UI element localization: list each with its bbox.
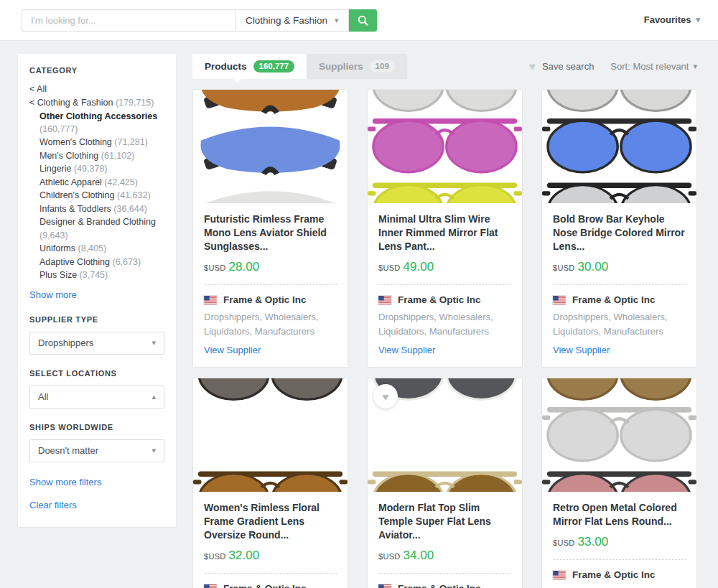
view-supplier-link[interactable]: View Supplier bbox=[553, 345, 610, 355]
supplier-name[interactable]: Frame & Optic Inc bbox=[572, 569, 656, 580]
divider bbox=[204, 573, 337, 574]
category-count: (71,281) bbox=[114, 137, 148, 147]
show-more-filters-link[interactable]: Show more filters bbox=[29, 477, 101, 487]
currency-label: $USD bbox=[378, 263, 401, 272]
category-heading: CATEGORY bbox=[29, 66, 164, 75]
heart-icon[interactable]: ♥ bbox=[529, 60, 536, 73]
product-image[interactable] bbox=[368, 90, 522, 203]
show-more-categories-link[interactable]: Show more bbox=[29, 289, 77, 300]
products-count-badge: 160,777 bbox=[253, 60, 295, 73]
product-image[interactable]: ♥ bbox=[368, 378, 522, 492]
currency-label: $USD bbox=[553, 538, 575, 547]
clear-filters-link[interactable]: Clear filters bbox=[29, 500, 77, 510]
product-image[interactable] bbox=[193, 90, 348, 203]
chevron-up-icon: ▴ bbox=[151, 393, 156, 401]
sidebar-category-item[interactable]: Plus Size (3,745) bbox=[39, 269, 164, 282]
product-price: $USD 32.00 bbox=[204, 549, 337, 563]
sort-dropdown[interactable]: Sort: Most relevant ▾ bbox=[610, 61, 697, 72]
tab-products[interactable]: Products 160,777 bbox=[192, 54, 307, 79]
category-select[interactable]: Clothing & Fashion ▾ bbox=[236, 9, 349, 32]
sidebar-category-item[interactable]: Adaptive Clothing (6,673) bbox=[39, 256, 164, 269]
view-supplier-link[interactable]: View Supplier bbox=[204, 345, 261, 355]
chevron-down-icon: ▾ bbox=[693, 62, 697, 70]
product-card: Minimal Ultra Slim Wire Inner Rimmed Mir… bbox=[367, 89, 523, 368]
supplier-types: Dropshippers, Wholesalers, Liquidators, … bbox=[553, 310, 686, 338]
ships-worldwide-select[interactable]: Doesn't matter ▾ bbox=[29, 439, 164, 462]
product-card-body: Modern Flat Top Slim Temple Super Flat L… bbox=[368, 492, 522, 588]
sidebar-category-item[interactable]: Men's Clothing (61,102) bbox=[39, 149, 164, 163]
divider bbox=[553, 559, 686, 560]
product-title[interactable]: Futuristic Rimless Frame Mono Lens Aviat… bbox=[204, 213, 337, 253]
heart-icon: ♥ bbox=[383, 391, 389, 403]
sunglasses-illustration bbox=[542, 90, 696, 203]
supplier-name[interactable]: Frame & Optic Inc bbox=[572, 294, 656, 305]
product-price: $USD 28.00 bbox=[204, 260, 337, 274]
sidebar-category-item[interactable]: Designer & Branded Clothing (9,643) bbox=[39, 215, 164, 242]
category-list: Women's Clothing (71,281) Men's Clothing… bbox=[29, 136, 164, 282]
supplier-type-select[interactable]: Dropshippers ▾ bbox=[29, 332, 164, 355]
tabs-row: Products 160,777 Suppliers 109 ♥ Save se… bbox=[192, 54, 699, 79]
search-button[interactable] bbox=[349, 9, 377, 32]
currency-label: $USD bbox=[553, 263, 575, 272]
sidebar-category-item[interactable]: Lingerie (49,378) bbox=[39, 162, 164, 176]
category-active-label[interactable]: Other Clothing Accessories bbox=[39, 110, 164, 123]
product-card-body: Futuristic Rimless Frame Mono Lens Aviat… bbox=[193, 203, 348, 367]
sidebar-category-item[interactable]: Children's Clothing (41,632) bbox=[39, 189, 164, 202]
category-count: (9,643) bbox=[39, 230, 68, 241]
tab-suppliers[interactable]: Suppliers 109 bbox=[307, 54, 407, 79]
tab-suppliers-label: Suppliers bbox=[319, 61, 363, 72]
supplier-types: Dropshippers, Wholesalers, Liquidators, … bbox=[553, 585, 686, 588]
product-card: ♥ Modern Flat Top Slim Temple Super Flat… bbox=[367, 378, 523, 588]
currency-label: $USD bbox=[204, 552, 226, 561]
us-flag-icon bbox=[204, 296, 217, 304]
favourites-menu[interactable]: Favourites ▾ bbox=[644, 14, 700, 25]
product-title[interactable]: Bold Brow Bar Keyhole Nose Bridge Colore… bbox=[553, 213, 686, 253]
product-title[interactable]: Minimal Ultra Slim Wire Inner Rimmed Mir… bbox=[378, 213, 511, 253]
sidebar-category-item[interactable]: Infants & Toddlers (36,644) bbox=[39, 202, 164, 216]
supplier-types: Dropshippers, Wholesalers, Liquidators, … bbox=[378, 310, 511, 338]
product-title[interactable]: Modern Flat Top Slim Temple Super Flat L… bbox=[378, 501, 511, 542]
category-all-link[interactable]: < All bbox=[29, 83, 164, 96]
category-parent-count: (179,715) bbox=[116, 98, 154, 108]
supplier-types-line2: Liquidators, Manufacturers bbox=[553, 325, 686, 339]
category-count: (36,644) bbox=[113, 204, 147, 214]
search-input[interactable] bbox=[22, 9, 236, 32]
product-title[interactable]: Women's Rimless Floral Frame Gradient Le… bbox=[204, 501, 337, 542]
product-card-body: Retro Open Metal Colored Mirror Flat Len… bbox=[542, 492, 696, 588]
category-parent-label: < Clothing & Fashion bbox=[29, 98, 113, 108]
supplier-name[interactable]: Frame & Optic Inc bbox=[398, 583, 481, 588]
supplier-name[interactable]: Frame & Optic Inc bbox=[223, 583, 307, 588]
category-count: (42,425) bbox=[104, 177, 138, 187]
sidebar-category-item[interactable]: Women's Clothing (71,281) bbox=[39, 136, 164, 149]
category-count: (8,405) bbox=[78, 243, 107, 253]
supplier-name[interactable]: Frame & Optic Inc bbox=[398, 294, 481, 305]
tab-products-label: Products bbox=[205, 61, 247, 72]
product-image[interactable] bbox=[542, 90, 696, 203]
results-toolbar: ♥ Save search Sort: Most relevant ▾ bbox=[529, 54, 697, 79]
product-image[interactable] bbox=[193, 378, 348, 492]
supplier-row: Frame & Optic Inc bbox=[553, 294, 686, 305]
chevron-down-icon: ▾ bbox=[151, 447, 156, 454]
product-image[interactable] bbox=[542, 378, 696, 492]
sunglasses-illustration bbox=[193, 90, 348, 203]
supplier-types-line1: Dropshippers, Wholesalers, bbox=[378, 310, 511, 325]
top-bar: Clothing & Fashion ▾ Favourites ▾ bbox=[0, 0, 718, 41]
supplier-type-value: Dropshippers bbox=[38, 337, 93, 348]
us-flag-icon bbox=[378, 584, 391, 588]
category-count: (61,102) bbox=[101, 151, 135, 161]
product-title[interactable]: Retro Open Metal Colored Mirror Flat Len… bbox=[553, 501, 686, 528]
locations-value: All bbox=[38, 391, 48, 402]
locations-select[interactable]: All ▴ bbox=[29, 386, 164, 409]
supplier-types-line2: Liquidators, Manufacturers bbox=[378, 325, 511, 339]
supplier-name[interactable]: Frame & Optic Inc bbox=[223, 294, 307, 305]
favourite-button[interactable]: ♥ bbox=[373, 384, 398, 409]
category-parent-link[interactable]: < Clothing & Fashion (179,715) bbox=[29, 96, 164, 110]
ships-worldwide-value: Doesn't matter bbox=[38, 445, 98, 456]
category-label: Children's Clothing bbox=[39, 190, 115, 200]
locations-heading: SELECT LOCATIONS bbox=[29, 369, 164, 378]
sidebar-category-item[interactable]: Athletic Apparel (42,425) bbox=[39, 176, 164, 190]
sidebar-category-item[interactable]: Uniforms (8,405) bbox=[39, 242, 164, 256]
us-flag-icon bbox=[553, 296, 566, 304]
save-search-button[interactable]: Save search bbox=[542, 61, 594, 72]
view-supplier-link[interactable]: View Supplier bbox=[378, 345, 435, 355]
